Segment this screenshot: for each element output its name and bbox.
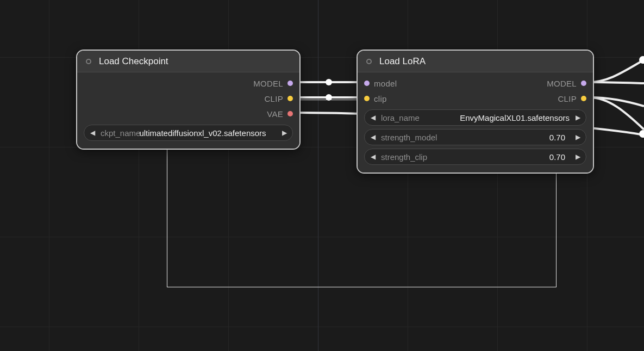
chevron-left-icon[interactable]: ◀	[89, 129, 96, 137]
input-label-clip: clip	[374, 94, 387, 103]
widget-lora-name[interactable]: ◀ lora_name EnvyMagicalXL01.safetensors …	[364, 109, 586, 126]
wire-junction-top-right	[639, 56, 644, 64]
widget-label: strength_model	[381, 133, 437, 142]
wire-junction-mid-right	[639, 130, 644, 138]
widget-strength-model[interactable]: ◀ strength_model 0.70 ▶	[364, 129, 586, 145]
node-header[interactable]: Load Checkpoint	[77, 51, 299, 72]
widget-value: ultimatediffusionxl_v02.safetensors	[139, 128, 276, 138]
chevron-right-icon[interactable]: ▶	[574, 133, 582, 141]
widget-ckpt-name[interactable]: ◀ ckpt_name ultimatediffusionxl_v02.safe…	[84, 125, 293, 141]
input-label-model: model	[374, 79, 397, 88]
output-row-vae: VAE	[77, 106, 299, 121]
node-header[interactable]: Load LoRA	[358, 51, 593, 72]
output-label-clip: CLIP	[264, 94, 283, 103]
wire-lora-clip-out-a	[589, 97, 644, 106]
widget-label: strength_clip	[381, 152, 427, 162]
wire-lora-clip-out-b	[589, 97, 644, 130]
widget-value: 0.70	[549, 152, 565, 162]
port-in-model[interactable]	[364, 81, 370, 86]
output-label-model: MODEL	[253, 79, 283, 88]
output-row-model: MODEL	[77, 76, 299, 91]
collapse-icon[interactable]	[86, 59, 91, 64]
chevron-right-icon[interactable]: ▶	[574, 153, 582, 161]
wire-model-handle	[326, 79, 332, 85]
wire-lora-model-out-b	[589, 82, 644, 83]
widget-label: ckpt_name	[101, 128, 140, 138]
chevron-right-icon[interactable]: ▶	[574, 114, 582, 121]
wire-lora-model-out-a	[589, 60, 644, 82]
node-body: model MODEL clip CLIP ◀ lora_name EnvyMa…	[358, 72, 593, 173]
widget-strength-clip[interactable]: ◀ strength_clip 0.70 ▶	[364, 149, 586, 165]
widget-label: lora_name	[381, 113, 420, 122]
chevron-right-icon[interactable]: ▶	[280, 129, 288, 137]
output-label-clip: CLIP	[558, 94, 577, 103]
chevron-left-icon[interactable]: ◀	[369, 153, 377, 161]
output-row-clip: CLIP	[77, 91, 299, 106]
wire-clip-handle	[326, 94, 332, 101]
output-label-vae: VAE	[267, 109, 283, 119]
node-title: Load Checkpoint	[99, 56, 168, 67]
io-row-clip: clip CLIP	[358, 91, 593, 106]
widget-value: EnvyMagicalXL01.safetensors	[418, 113, 570, 122]
port-out-clip[interactable]	[287, 96, 293, 101]
port-out-model[interactable]	[581, 81, 586, 86]
port-out-model[interactable]	[287, 81, 293, 86]
port-out-vae[interactable]	[287, 111, 293, 116]
output-label-model: MODEL	[547, 79, 577, 88]
port-out-clip[interactable]	[581, 96, 586, 101]
node-title: Load LoRA	[379, 56, 426, 67]
port-in-clip[interactable]	[364, 96, 370, 101]
collapse-icon[interactable]	[366, 59, 372, 64]
widget-value: 0.70	[549, 133, 565, 142]
node-load-checkpoint[interactable]: Load Checkpoint MODEL CLIP VAE ◀ ckpt_na…	[76, 50, 301, 150]
chevron-left-icon[interactable]: ◀	[369, 114, 377, 121]
node-load-lora[interactable]: Load LoRA model MODEL clip CLIP	[357, 50, 594, 174]
io-row-model: model MODEL	[358, 76, 593, 91]
canvas-center-guide	[318, 0, 318, 351]
node-body: MODEL CLIP VAE ◀ ckpt_name ultimatediffu…	[77, 72, 299, 149]
chevron-left-icon[interactable]: ◀	[369, 133, 377, 141]
